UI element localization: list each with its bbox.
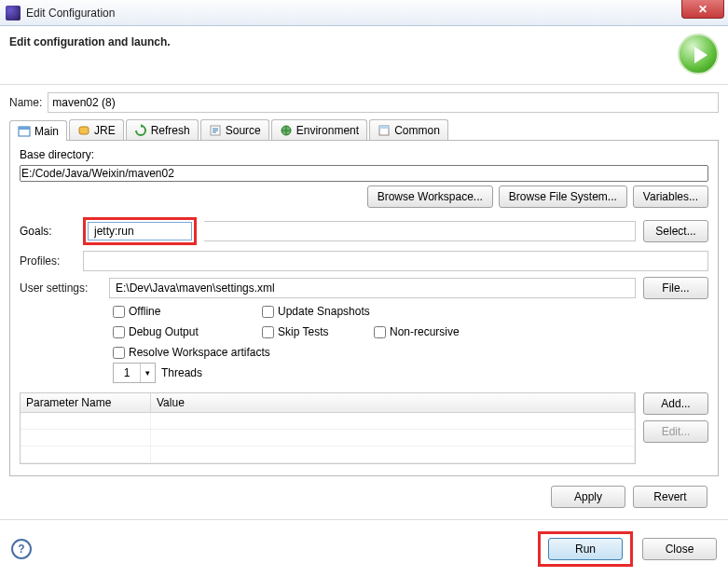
profiles-label: Profiles: [20,254,76,268]
footer-buttons: Run Close [538,531,717,567]
usersettings-input[interactable] [109,278,636,298]
debug-output-checkbox[interactable]: Debug Output [113,325,234,338]
jre-tab-icon [77,124,90,137]
titlebar: Edit Configuration ✕ [0,0,728,26]
content-area: Name: Main JRE Refresh Source Environmen… [0,85,728,508]
source-tab-icon [209,124,222,137]
params-col-name: Parameter Name [21,393,151,412]
resolve-check-input[interactable] [113,347,125,359]
table-row[interactable] [21,413,635,430]
debug-check-label: Debug Output [129,325,199,338]
debug-check-input[interactable] [113,326,125,338]
usersettings-row: User settings: File... [20,277,708,299]
goals-input[interactable] [88,222,192,240]
run-highlight: Run [538,531,633,567]
tab-common[interactable]: Common [369,119,448,140]
tab-jre[interactable]: JRE [69,119,124,140]
threads-row: ▾ Threads [113,363,708,383]
params-edit-button: Edit... [643,420,708,443]
params-area: Parameter Name Value Add... Edit... [20,392,708,464]
usersettings-file-button[interactable]: File... [643,277,708,299]
skip-tests-checkbox[interactable]: Skip Tests [262,325,346,338]
tab-label: Refresh [151,124,190,137]
params-side-buttons: Add... Edit... [643,392,708,443]
apply-button[interactable]: Apply [551,486,625,508]
threads-value[interactable] [114,364,140,382]
browse-workspace-button[interactable]: Browse Workspace... [367,185,493,208]
goals-row: Goals: Select... [20,217,708,245]
tab-label: Source [226,124,261,137]
close-button[interactable]: Close [642,538,717,560]
tab-label: Main [34,125,59,138]
skip-check-input[interactable] [262,326,274,338]
params-header: Parameter Name Value [21,393,635,413]
chevron-down-icon[interactable]: ▾ [140,364,155,382]
update-snapshots-checkbox[interactable]: Update Snapshots [262,305,383,318]
offline-check-input[interactable] [113,306,125,318]
non-recursive-checkbox[interactable]: Non-recursive [374,325,495,338]
name-input[interactable] [48,92,719,113]
tab-label: Common [394,124,440,137]
offline-checkbox[interactable]: Offline [113,305,234,318]
variables-button[interactable]: Variables... [633,185,708,208]
header-subtitle: Edit configuration and launch. [9,34,171,48]
main-tab-icon [18,125,31,138]
run-hero-icon [678,34,719,75]
params-add-button[interactable]: Add... [643,392,708,415]
goals-select-button[interactable]: Select... [643,220,708,242]
update-check-input[interactable] [262,306,274,318]
name-label: Name: [9,96,42,109]
params-col-value: Value [151,393,635,412]
usersettings-label: User settings: [20,282,102,295]
nonrec-check-input[interactable] [374,326,386,338]
svg-rect-2 [79,127,89,134]
refresh-tab-icon [134,124,147,137]
threads-spinner[interactable]: ▾ [113,363,156,383]
checkbox-group: Offline Update Snapshots Debug Output Sk… [113,305,708,359]
footer: ? Run Close [0,520,728,577]
environment-tab-icon [280,124,293,137]
tab-label: JRE [94,124,116,137]
revert-button[interactable]: Revert [633,486,707,508]
tab-source[interactable]: Source [200,119,269,140]
tab-environment[interactable]: Environment [271,119,367,140]
goals-input-remainder[interactable] [204,221,636,241]
threads-label: Threads [161,366,202,379]
update-check-label: Update Snapshots [278,305,370,318]
name-row: Name: [9,92,719,113]
tab-refresh[interactable]: Refresh [126,119,199,140]
goals-label: Goals: [20,225,76,238]
window-close-button[interactable]: ✕ [681,0,724,19]
profiles-input[interactable] [83,251,708,271]
common-tab-icon [378,124,391,137]
browse-filesystem-button[interactable]: Browse File System... [499,185,627,208]
params-table[interactable]: Parameter Name Value [20,392,636,464]
main-panel: Base directory: Browse Workspace... Brow… [9,141,719,476]
apply-row: Apply Revert [9,476,719,508]
nonrec-check-label: Non-recursive [390,325,460,338]
run-button[interactable]: Run [548,538,623,560]
profiles-row: Profiles: [20,251,708,271]
table-row[interactable] [21,430,635,446]
svg-rect-1 [19,127,30,130]
base-dir-input[interactable] [20,165,708,182]
window-title: Edit Configuration [26,7,115,20]
eclipse-icon [6,6,21,21]
help-icon[interactable]: ? [11,539,32,559]
resolve-workspace-checkbox[interactable]: Resolve Workspace artifacts [113,346,318,359]
svg-rect-6 [379,126,389,129]
tab-main[interactable]: Main [9,120,67,141]
skip-check-label: Skip Tests [278,325,328,338]
tab-label: Environment [296,124,359,137]
base-dir-buttons: Browse Workspace... Browse File System..… [20,185,708,208]
tab-strip: Main JRE Refresh Source Environment Comm… [9,118,719,141]
goals-highlight [83,217,197,245]
resolve-check-label: Resolve Workspace artifacts [129,346,270,359]
base-dir-label: Base directory: [20,148,708,161]
table-row[interactable] [21,446,635,463]
offline-check-label: Offline [129,305,160,318]
dialog-header: Edit configuration and launch. [0,26,728,85]
close-icon: ✕ [698,3,707,16]
